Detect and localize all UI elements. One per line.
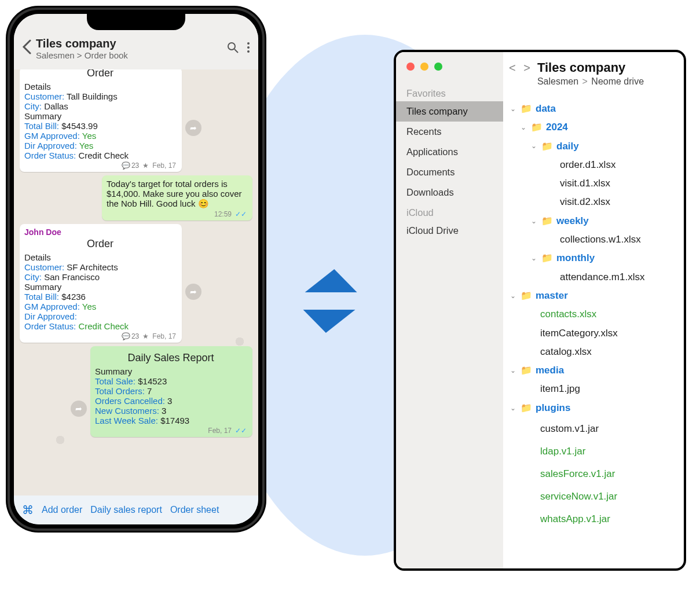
file-row[interactable]: visit.d1.xlsx: [509, 174, 676, 193]
svg-line-1: [234, 49, 238, 53]
finder-title: Tiles company: [537, 60, 644, 75]
app-title[interactable]: Tiles company: [36, 37, 222, 50]
forward-icon[interactable]: ➦: [185, 120, 201, 136]
file-row[interactable]: item1.jpg: [509, 380, 676, 398]
svg-point-2: [247, 42, 250, 45]
comment-icon[interactable]: 💬 23: [122, 161, 139, 170]
bottom-bar: ⌘ Add order Daily sales report Order she…: [14, 495, 258, 524]
phone-notch: [87, 14, 185, 30]
sidebar-head-icloud: iCloud: [396, 203, 503, 221]
minimize-icon[interactable]: [420, 63, 428, 71]
finder-main: < > Tiles company Salesmen > Neome drive…: [503, 52, 684, 568]
folder-weekly[interactable]: ⌄📁weekly: [509, 212, 676, 230]
chat-body[interactable]: Order Details Customer: Tall Buildings C…: [14, 69, 258, 495]
ai-icon[interactable]: ⌘: [22, 503, 34, 517]
back-icon[interactable]: [22, 37, 31, 54]
sync-icon: [295, 263, 365, 339]
sidebar-item-recents[interactable]: Recents: [396, 122, 503, 142]
finder-window: Favorites Tiles company Recents Applicat…: [394, 50, 686, 571]
search-icon[interactable]: [227, 42, 239, 53]
breadcrumb[interactable]: Salesmen > Order book: [36, 50, 222, 60]
star-icon[interactable]: ★: [142, 161, 149, 170]
sidebar-item-documents[interactable]: Documents: [396, 162, 503, 182]
sidebar-item-downloads[interactable]: Downloads: [396, 182, 503, 203]
daily-report-link[interactable]: Daily sales report: [90, 505, 162, 515]
phone-screen: Tiles company Salesmen > Order book Orde…: [14, 14, 258, 524]
file-row[interactable]: visit.d2.xlsx: [509, 193, 676, 211]
order-card[interactable]: John Doe Order Details Customer: SF Arch…: [20, 224, 182, 343]
folder-daily[interactable]: ⌄📁daily: [509, 137, 676, 156]
file-row[interactable]: attendance.m1.xlsx: [509, 268, 676, 287]
file-row[interactable]: catalog.xlsx: [509, 343, 676, 361]
file-tree: ⌄📁data ⌄📁2024 ⌄📁daily order.d1.xlsx visi…: [509, 100, 676, 531]
file-row[interactable]: ldap.v1.jar: [509, 440, 676, 462]
comment-icon[interactable]: 💬 23: [122, 332, 139, 340]
file-row[interactable]: contacts.xlsx: [509, 305, 676, 324]
forward-icon[interactable]: ➦: [71, 401, 87, 417]
folder-plugins[interactable]: ⌄📁plugins: [509, 399, 676, 417]
forward-icon[interactable]: ➦: [185, 284, 201, 300]
folder-master[interactable]: ⌄📁master: [509, 287, 676, 305]
svg-point-3: [247, 46, 250, 49]
folder-monthly[interactable]: ⌄📁monthly: [509, 249, 676, 267]
report-card[interactable]: Daily Sales Report Summary Total Sale: $…: [90, 346, 252, 437]
read-check-icon: ✓✓: [235, 210, 247, 218]
sidebar-item-icloud-drive[interactable]: iCloud Drive: [396, 221, 503, 241]
folder-2024[interactable]: ⌄📁2024: [509, 118, 676, 137]
sidebar-head-favorites: Favorites: [396, 83, 503, 101]
file-row[interactable]: serviceNow.v1.jar: [509, 485, 676, 508]
folder-media[interactable]: ⌄📁media: [509, 361, 676, 380]
sidebar-item-tiles[interactable]: Tiles company: [396, 101, 503, 122]
file-row[interactable]: custom.v1.jar: [509, 417, 676, 440]
folder-data[interactable]: ⌄📁data: [509, 100, 676, 118]
svg-point-0: [228, 43, 235, 50]
file-row[interactable]: order.d1.xlsx: [509, 156, 676, 174]
read-check-icon: ✓✓: [235, 427, 247, 435]
sidebar-item-applications[interactable]: Applications: [396, 142, 503, 162]
close-icon[interactable]: [406, 63, 415, 71]
phone-frame: Tiles company Salesmen > Order book Orde…: [6, 6, 266, 533]
window-controls[interactable]: [406, 63, 442, 71]
star-icon[interactable]: ★: [142, 332, 149, 340]
more-icon[interactable]: [247, 42, 250, 53]
file-row[interactable]: itemCategory.xlsx: [509, 324, 676, 343]
order-card[interactable]: Order Details Customer: Tall Buildings C…: [20, 69, 182, 172]
file-row[interactable]: collections.w1.xlsx: [509, 230, 676, 249]
finder-breadcrumb: Salesmen > Neome drive: [537, 76, 644, 87]
outgoing-message[interactable]: Today's target for total orders is $14,0…: [102, 175, 252, 221]
file-row[interactable]: whatsApp.v1.jar: [509, 508, 676, 530]
nav-arrows[interactable]: < >: [509, 60, 533, 75]
zoom-icon[interactable]: [434, 63, 442, 71]
svg-point-4: [247, 50, 250, 53]
finder-sidebar: Favorites Tiles company Recents Applicat…: [396, 52, 503, 568]
add-order-link[interactable]: Add order: [42, 505, 82, 515]
file-row[interactable]: salesForce.v1.jar: [509, 462, 676, 485]
order-sheet-link[interactable]: Order sheet: [170, 505, 219, 515]
